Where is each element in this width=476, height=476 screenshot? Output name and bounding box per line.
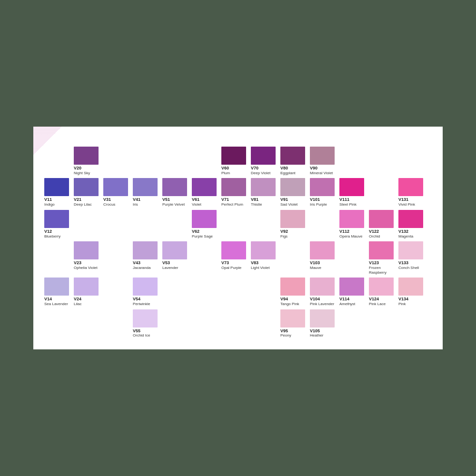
swatch-v104: [310, 278, 335, 296]
code-v81: V81: [251, 197, 258, 202]
name-v112: Opera Mauve: [339, 234, 362, 239]
color-chart-card: V20Night SkyV60PlumV70Deep VioletV80Eggp…: [33, 127, 443, 349]
empty-cell-r6-c11: [338, 308, 367, 340]
code-v73: V73: [221, 260, 229, 266]
swatch-v20: [74, 147, 99, 165]
name-v41: Iris: [133, 202, 138, 207]
code-v60: V60: [221, 166, 229, 171]
empty-cell-r5-c3: [102, 277, 131, 308]
name-v53: Lavender: [162, 266, 178, 270]
empty-cell-r4-c11: [338, 240, 367, 277]
swatch-v92: [280, 210, 305, 228]
swatch-v71: [221, 178, 246, 196]
code-v41: V41: [133, 197, 140, 202]
swatch-v122: [369, 210, 394, 228]
code-v131: V131: [398, 197, 408, 202]
name-v105: Heather: [310, 333, 323, 338]
color-cell-v94: V94Tango Pink: [279, 277, 308, 308]
code-v51: V51: [162, 197, 170, 202]
color-cell-v24: V24Lilac: [72, 277, 102, 308]
empty-cell-r2-c12: [367, 177, 397, 208]
empty-cell-r1-c13: [397, 146, 426, 177]
empty-cell-r3-c7: [220, 209, 249, 240]
code-v62: V62: [192, 229, 199, 234]
color-cell-v133: V133Conch Shell: [397, 240, 426, 277]
swatch-v111: [339, 178, 364, 196]
swatch-v14: [44, 278, 69, 296]
swatch-v60: [221, 147, 246, 165]
color-cell-v103: V103Mauve: [308, 240, 338, 277]
code-v43: V43: [133, 260, 140, 266]
color-cell-v31: V31Crocus: [102, 177, 131, 208]
empty-cell-r6-c8: [249, 308, 279, 340]
color-cell-v131: V131Vivid Pink: [397, 177, 426, 208]
name-v90: Mineral Violet: [310, 171, 333, 176]
name-v104: Pink Lavender: [310, 302, 334, 307]
empty-cell-r3-c10: [308, 209, 338, 240]
code-v90: V90: [310, 166, 317, 171]
name-v95: Peony: [280, 333, 291, 338]
color-cell-v51: V51Purple Velvet: [161, 177, 190, 208]
empty-cell-r1-c5: [161, 146, 190, 177]
color-cell-v90: V90Mineral Violet: [308, 146, 338, 177]
swatch-v83: [251, 241, 276, 259]
empty-cell-r3-c3: [102, 209, 131, 240]
code-v114: V114: [339, 297, 349, 302]
code-v11: V11: [44, 197, 52, 202]
empty-cell-r5-c6: [190, 277, 220, 308]
color-cell-v92: V92Figs: [279, 209, 308, 240]
color-cell-v41: V41Iris: [131, 177, 161, 208]
swatch-v54: [133, 278, 158, 296]
swatch-v41: [133, 178, 158, 196]
name-v124: Pink Lace: [369, 302, 386, 307]
empty-cell-r5-c5: [161, 277, 190, 308]
name-v43: Jacaranda: [133, 266, 150, 270]
code-v104: V104: [310, 297, 320, 302]
color-cell-v60: V60Plum: [220, 146, 249, 177]
name-v92: Figs: [280, 234, 288, 239]
swatch-v23: [74, 241, 99, 259]
color-cell-v105: V105Heather: [308, 308, 338, 340]
swatch-v55: [133, 309, 158, 327]
name-v23: Ophelia Violet: [74, 266, 98, 270]
empty-cell-r1-c3: [102, 146, 131, 177]
name-v131: Vivid Pink: [398, 202, 415, 207]
name-v134: Pink: [398, 302, 406, 307]
swatch-v123: [369, 241, 394, 259]
color-cell-v43: V43Jacaranda: [131, 240, 161, 277]
name-v73: Opal Purple: [221, 266, 241, 270]
color-cell-v83: V83Light Violet: [249, 240, 279, 277]
swatch-v132: [398, 210, 423, 228]
empty-cell-r6-c5: [161, 308, 190, 340]
empty-cell-r3-c4: [131, 209, 161, 240]
name-v114: Amethyst: [339, 302, 355, 307]
color-cell-v14: V14Sea Lavender: [43, 277, 72, 308]
code-v70: V70: [251, 166, 258, 171]
empty-cell-r4-c6: [190, 240, 220, 277]
name-v122: Orchid: [369, 234, 380, 239]
code-v112: V112: [339, 229, 349, 234]
swatch-v114: [339, 278, 364, 296]
swatch-v131: [398, 178, 423, 196]
color-cell-v54: V54Periwinkle: [131, 277, 161, 308]
empty-cell-r3-c2: [72, 209, 102, 240]
name-v103: Mauve: [310, 266, 321, 270]
name-v51: Purple Velvet: [162, 202, 185, 207]
swatch-v31: [103, 178, 128, 196]
empty-cell-r5-c8: [249, 277, 279, 308]
name-v62: Purple Sage: [192, 234, 213, 239]
swatch-v134: [398, 278, 423, 296]
color-cell-v124: V124Pink Lace: [367, 277, 397, 308]
empty-cell-r5-c7: [220, 277, 249, 308]
swatch-v11: [44, 178, 69, 196]
swatch-v133: [398, 241, 423, 259]
code-v21: V21: [74, 197, 81, 202]
swatch-v51: [162, 178, 187, 196]
swatch-v101: [310, 178, 335, 196]
color-cell-v23: V23Ophelia Violet: [72, 240, 102, 277]
code-v83: V83: [251, 260, 258, 266]
code-v134: V134: [398, 297, 408, 302]
code-v105: V105: [310, 328, 320, 334]
name-v54: Periwinkle: [133, 302, 150, 307]
swatch-v61: [192, 178, 217, 196]
